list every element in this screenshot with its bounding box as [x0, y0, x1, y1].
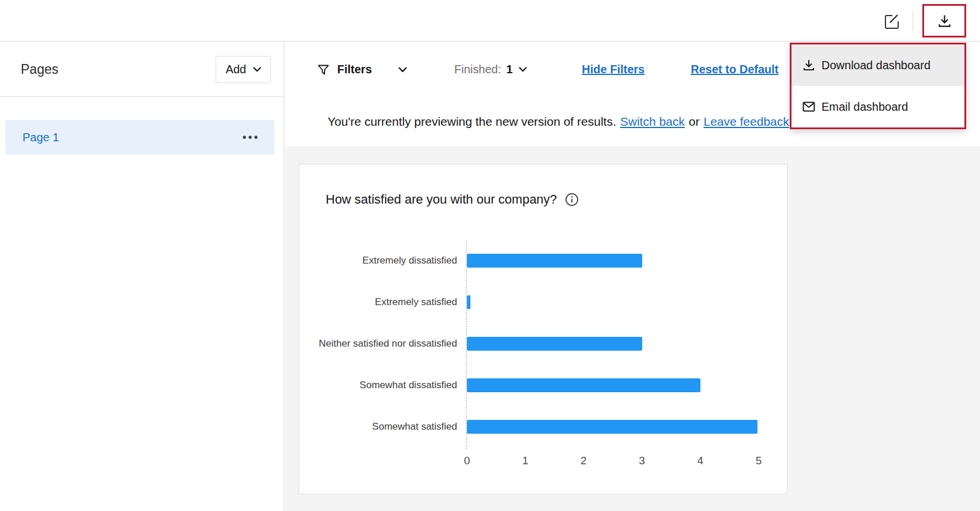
x-tick-label: 0 [464, 454, 470, 467]
x-tick-label: 5 [756, 454, 762, 467]
leave-feedback-link[interactable]: Leave feedback [703, 115, 789, 129]
page-1-label: Page 1 [22, 131, 59, 144]
menu-item-email-dashboard[interactable]: Email dashboard [791, 86, 964, 127]
download-icon [802, 58, 816, 72]
banner-message: You're currently previewing the new vers… [327, 115, 616, 129]
download-menu: Download dashboard Email dashboard [790, 43, 966, 129]
info-icon[interactable] [565, 193, 579, 206]
chart-bar-area [466, 281, 757, 323]
ellipsis-icon [242, 135, 258, 140]
topbar-divider [913, 11, 913, 31]
pages-sidebar: Pages Add Page 1 [0, 42, 284, 511]
chart-category-label: Somewhat satisfied [319, 406, 457, 448]
finished-value: 1 [506, 63, 512, 76]
banner-conjunction: or [689, 115, 700, 129]
chart-x-axis: 012345 [467, 450, 759, 471]
download-dashboard-icon-button[interactable] [934, 11, 955, 31]
chart-bar [467, 295, 470, 309]
x-tick-label: 1 [522, 454, 529, 467]
sidebar-item-page-1[interactable]: Page 1 [5, 120, 274, 155]
chart-category-label: Neither satisfied nor dissatisfied [319, 323, 457, 365]
x-tick-label: 3 [639, 454, 645, 467]
chart-bar-row: Neither satisfied nor dissatisfied [299, 323, 787, 365]
chart-category-label: Extremely dissatisfied [319, 240, 457, 281]
page-options-button[interactable] [240, 133, 261, 142]
pages-header: Pages Add [0, 42, 284, 97]
reset-to-default-link[interactable]: Reset to Default [691, 63, 778, 76]
pages-title: Pages [21, 62, 58, 77]
chevron-down-icon [253, 67, 261, 72]
chart-bar-area [466, 323, 757, 365]
hide-filters-link[interactable]: Hide Filters [582, 63, 644, 76]
mail-icon [802, 100, 816, 114]
chart-bar-row: Extremely satisfied [299, 281, 787, 323]
x-tick-label: 4 [698, 454, 704, 467]
top-bar [0, 0, 980, 42]
finished-filter[interactable]: Finished: 1 [451, 62, 530, 77]
chart-category-label: Extremely satisfied [319, 281, 457, 323]
funnel-icon [317, 63, 330, 76]
chart-bar [467, 337, 642, 351]
dashboard-content: How satisfied are you with our company? … [285, 146, 980, 511]
switch-back-link[interactable]: Switch back [620, 115, 685, 129]
edit-pencil-icon [883, 12, 901, 30]
topbar-actions [880, 0, 966, 42]
chart-bar-area [466, 240, 757, 281]
menu-item-label: Download dashboard [821, 59, 930, 72]
add-page-button[interactable]: Add [216, 56, 271, 83]
chevron-down-icon [519, 67, 527, 72]
chart-bar-area [466, 406, 757, 448]
chart-category-label: Somewhat dissatisfied [319, 365, 457, 406]
filters-toggle[interactable]: Filters [314, 62, 410, 77]
download-icon [937, 13, 952, 29]
filters-label: Filters [337, 63, 372, 76]
x-tick-label: 2 [581, 454, 587, 467]
bar-chart: Extremely dissatisfiedExtremely satisfie… [299, 240, 787, 471]
chart-title-row: How satisfied are you with our company? [326, 192, 787, 207]
menu-item-label: Email dashboard [821, 100, 908, 114]
finished-label: Finished: [454, 63, 501, 76]
chart-bar [467, 378, 700, 392]
chart-bar [467, 254, 642, 268]
chart-axis-line [466, 240, 467, 449]
menu-item-download-dashboard[interactable]: Download dashboard [791, 44, 964, 86]
chart-title: How satisfied are you with our company? [326, 192, 557, 207]
chart-rows: Extremely dissatisfiedExtremely satisfie… [299, 240, 787, 448]
chevron-down-icon [398, 67, 407, 73]
chart-bar-area [466, 365, 757, 406]
chart-bar-row: Extremely dissatisfied [299, 240, 787, 281]
chart-bar-row: Somewhat satisfied [299, 406, 787, 448]
chart-bar-row: Somewhat dissatisfied [299, 365, 787, 406]
download-highlight-box [922, 4, 966, 37]
add-page-label: Add [225, 63, 246, 76]
chart-bar [467, 420, 757, 434]
chart-widget-card: How satisfied are you with our company? … [299, 164, 787, 494]
edit-dashboard-button[interactable] [880, 9, 903, 32]
